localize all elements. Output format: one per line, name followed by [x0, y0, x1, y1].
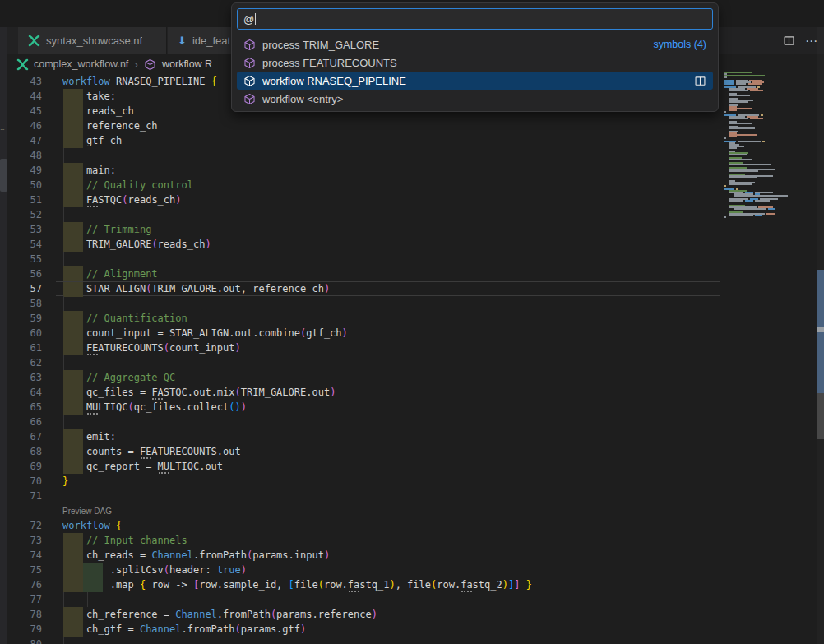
- line-number[interactable]: 56: [7, 266, 56, 281]
- line-number[interactable]: 73: [7, 533, 56, 548]
- code-line[interactable]: 54TRIM_GALORE(reads_ch): [7, 237, 720, 252]
- line-number[interactable]: 48: [7, 148, 56, 163]
- code-line[interactable]: 76.map { row -> [row.sample_id, [file(ro…: [7, 577, 720, 592]
- code-line-content[interactable]: FEATURECOUNTS(count_input): [56, 341, 720, 355]
- code-line[interactable]: 64qc_files = FASTQC.out.mix(TRIM_GALORE.…: [7, 385, 720, 400]
- code-line[interactable]: 73// Input channels: [7, 533, 720, 548]
- code-line[interactable]: 49main:: [7, 163, 720, 178]
- code-line-content[interactable]: [56, 489, 720, 503]
- line-number[interactable]: 62: [7, 355, 56, 370]
- line-number[interactable]: 71: [7, 489, 56, 503]
- line-number[interactable]: 76: [7, 577, 56, 592]
- line-number[interactable]: 80: [7, 637, 56, 644]
- code-line-content[interactable]: // Input channels: [56, 533, 720, 548]
- code-line-content[interactable]: qc_report = MULTIQC.out: [56, 459, 720, 474]
- scrollbar-mark[interactable]: [817, 327, 824, 332]
- code-line[interactable]: 67emit:: [7, 429, 720, 444]
- code-line[interactable]: 66: [7, 415, 720, 429]
- more-actions-button[interactable]: ⋯: [805, 34, 817, 49]
- code-line[interactable]: 80: [7, 637, 720, 644]
- line-number[interactable]: 58: [7, 296, 56, 311]
- code-line[interactable]: 63// Aggregate QC: [7, 370, 720, 385]
- minimap[interactable]: [724, 72, 798, 236]
- line-number[interactable]: 44: [7, 89, 56, 104]
- rail-scrollbar-thumb[interactable]: [0, 159, 7, 192]
- code-line-content[interactable]: gtf_ch: [56, 133, 720, 148]
- line-number[interactable]: 60: [7, 326, 56, 341]
- line-number[interactable]: 78: [7, 607, 56, 622]
- code-line[interactable]: 52: [7, 207, 720, 222]
- line-number[interactable]: 61: [7, 341, 56, 355]
- code-line[interactable]: 78ch_reference = Channel.fromPath(params…: [7, 607, 720, 622]
- code-line-content[interactable]: }: [56, 474, 720, 489]
- code-line-content[interactable]: [56, 148, 720, 163]
- code-line[interactable]: 65MULTIQC(qc_files.collect()): [7, 400, 720, 415]
- code-line[interactable]: 51FASTQC(reads_ch): [7, 192, 720, 207]
- code-line-content[interactable]: // Alignment: [56, 266, 720, 281]
- line-number[interactable]: 67: [7, 429, 56, 444]
- line-number[interactable]: 69: [7, 459, 56, 474]
- code-line-content[interactable]: STAR_ALIGN(TRIM_GALORE.out, reference_ch…: [56, 281, 720, 296]
- line-number[interactable]: 72: [7, 518, 56, 533]
- code-line-content[interactable]: // Trimming: [56, 222, 720, 237]
- line-number[interactable]: 46: [7, 118, 56, 133]
- line-number[interactable]: 51: [7, 192, 56, 207]
- line-number[interactable]: 77: [7, 592, 56, 607]
- code-line-content[interactable]: [56, 355, 720, 370]
- code-lens-label[interactable]: Preview DAG: [62, 503, 112, 518]
- line-number[interactable]: 43: [7, 74, 56, 89]
- code-line-content[interactable]: .splitCsv(header: true): [56, 563, 720, 577]
- code-line-content[interactable]: .map { row -> [row.sample_id, [file(row.…: [56, 577, 720, 592]
- open-to-side-button[interactable]: [694, 75, 706, 87]
- code-line[interactable]: 70}: [7, 474, 720, 489]
- code-line-content[interactable]: [56, 252, 720, 266]
- code-line[interactable]: 69qc_report = MULTIQC.out: [7, 459, 720, 474]
- split-editor-button[interactable]: [783, 35, 795, 47]
- quickpick-item[interactable]: workflow RNASEQ_PIPELINE: [237, 72, 713, 90]
- scrollbar-mark[interactable]: [817, 393, 824, 439]
- line-number[interactable]: 54: [7, 237, 56, 252]
- code-line-content[interactable]: // Quality control: [56, 178, 720, 192]
- code-line-content[interactable]: ch_gtf = Channel.fromPath(params.gtf): [56, 622, 720, 637]
- code-line-content[interactable]: reference_ch: [56, 118, 720, 133]
- code-line[interactable]: 74ch_reads = Channel.fromPath(params.inp…: [7, 548, 720, 563]
- code-line[interactable]: 68counts = FEATURECOUNTS.out: [7, 444, 720, 459]
- code-line[interactable]: 56// Alignment: [7, 266, 720, 281]
- rail-overflow-icon[interactable]: ···: [0, 126, 7, 133]
- code-line-content[interactable]: qc_files = FASTQC.out.mix(TRIM_GALORE.ou…: [56, 385, 720, 400]
- code-line[interactable]: 62: [7, 355, 720, 370]
- code-line[interactable]: 46reference_ch: [7, 118, 720, 133]
- code-line-content[interactable]: [56, 415, 720, 429]
- line-number[interactable]: 66: [7, 415, 56, 429]
- line-number[interactable]: 57: [7, 281, 56, 296]
- line-number[interactable]: 52: [7, 207, 56, 222]
- code-line-content[interactable]: [56, 296, 720, 311]
- code-line-content[interactable]: TRIM_GALORE(reads_ch): [56, 237, 720, 252]
- code-line-content[interactable]: // Quantification: [56, 311, 720, 326]
- line-number[interactable]: 45: [7, 104, 56, 118]
- code-line-content[interactable]: [56, 637, 720, 644]
- line-number[interactable]: 74: [7, 548, 56, 563]
- code-line[interactable]: 53// Trimming: [7, 222, 720, 237]
- breadcrumb-file[interactable]: complex_workflow.nf: [34, 58, 128, 70]
- code-line[interactable]: 60count_input = STAR_ALIGN.out.combine(g…: [7, 326, 720, 341]
- line-number[interactable]: 53: [7, 222, 56, 237]
- code-line-content[interactable]: [56, 592, 720, 607]
- line-number[interactable]: 55: [7, 252, 56, 266]
- code-line-content[interactable]: // Aggregate QC: [56, 370, 720, 385]
- code-line[interactable]: 72workflow {: [7, 518, 720, 533]
- code-lens[interactable]: Preview DAG: [7, 503, 720, 518]
- line-number[interactable]: 59: [7, 311, 56, 326]
- code-line-content[interactable]: MULTIQC(qc_files.collect()): [56, 400, 720, 415]
- code-line[interactable]: 47gtf_ch: [7, 133, 720, 148]
- code-line[interactable]: 71: [7, 489, 720, 503]
- code-editor[interactable]: 43workflow RNASEQ_PIPELINE {44take:45rea…: [7, 74, 720, 644]
- code-line-content[interactable]: [56, 207, 720, 222]
- scrollbar-overview-ruler[interactable]: [817, 27, 824, 644]
- line-number[interactable]: 47: [7, 133, 56, 148]
- line-number[interactable]: 79: [7, 622, 56, 637]
- line-number[interactable]: 75: [7, 563, 56, 577]
- line-number[interactable]: 63: [7, 370, 56, 385]
- code-line-content[interactable]: workflow {: [56, 518, 720, 533]
- quickpick-item[interactable]: workflow <entry>: [237, 90, 713, 108]
